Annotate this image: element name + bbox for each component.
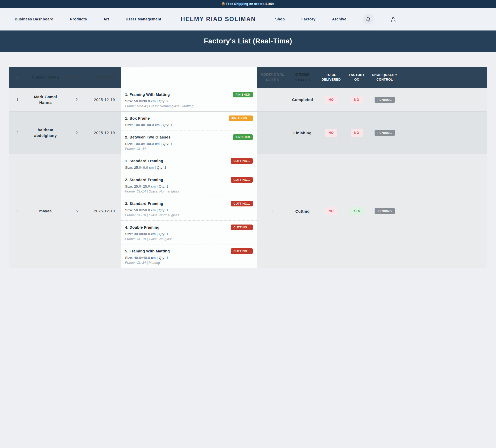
additional-notes: - <box>257 112 288 154</box>
to-be-delivered-badge[interactable]: NO <box>325 129 337 137</box>
item-frame: Frame: CL-34 | Matting <box>125 261 253 265</box>
column-header-5: DESCRIPTION <box>121 67 257 88</box>
column-header-4: DUE DATE <box>88 67 121 88</box>
item-status-badge: FINISHING... <box>229 115 253 121</box>
description-item: 1. Framing With Matting FINISHED Size: 5… <box>121 88 257 111</box>
item-frame: Frame: CL-10 | Glass: Normal glass <box>125 213 253 217</box>
item-status-badge: CUTTING... <box>231 201 253 206</box>
quantity: 2 <box>65 88 88 111</box>
item-size: Size: 25.0×25.0 cm | Qty: 1 <box>125 184 253 188</box>
to-be-delivered-cell: NO <box>317 154 345 268</box>
due-date: 2025-12-19 <box>88 154 121 268</box>
brand-logo[interactable]: HELMY RIAD SOLIMAN <box>181 16 256 23</box>
item-frame: Frame: Mod-4 | Glass: Normal glass | Mat… <box>125 104 253 108</box>
row-spacer <box>401 154 487 268</box>
item-title: 1. Standard Framing <box>125 159 163 163</box>
description-item-header: 1. Box Frame FINISHING... <box>125 115 253 121</box>
notifications-button[interactable] <box>363 14 374 25</box>
description-item-header: 1. Framing With Matting FINISHED <box>125 92 253 97</box>
item-title: 1. Box Frame <box>125 116 150 120</box>
item-frame: Frame: CL-44 <box>125 147 253 151</box>
order-status: Cutting <box>288 154 317 268</box>
nav-item-shop[interactable]: Shop <box>275 17 285 21</box>
due-date: 2025-12-19 <box>88 112 121 154</box>
header-spacer <box>401 67 487 88</box>
order-status: Completed <box>288 88 317 111</box>
nav-right-group: Shop Factory Archive <box>275 14 396 25</box>
page-title: Factory's List (Real-Time) <box>204 37 292 45</box>
order-status: Finishing <box>288 112 317 154</box>
to-be-delivered-cell: NO <box>317 88 345 111</box>
factory-qc-badge[interactable]: NO <box>351 129 363 137</box>
client-name: haitham abdelghany <box>26 112 65 154</box>
nav-left-group: Business Dashboard Products Art Users Ma… <box>15 17 161 21</box>
description-item-header: 5. Framing With Matting CUTTING... <box>125 248 253 254</box>
description-item-header: 2. Between Two Glasses FINISHED <box>125 134 253 140</box>
factory-qc-cell: NO <box>345 88 368 111</box>
factory-qc-cell: NO <box>345 112 368 154</box>
column-header-10: SHOP QUALITY CONTROL <box>368 67 401 88</box>
item-frame: Frame: CL-14 | Glass: Normal glass <box>125 190 253 193</box>
nav-item-users-management[interactable]: Users Management <box>126 17 161 21</box>
description-item: 2. Standard Framing CUTTING... Size: 25.… <box>121 173 257 197</box>
description-cell: 1. Standard Framing CUTTING... Size: 25.… <box>121 154 257 268</box>
column-header-8: TO BE DELIVERED <box>317 67 345 88</box>
item-title: 5. Framing With Matting <box>125 249 170 253</box>
table-row: 3 mayaa 5 2025-12-19 1. Standard Framing… <box>9 154 487 268</box>
item-status-badge: CUTTING... <box>231 225 253 230</box>
description-cell: 1. Framing With Matting FINISHED Size: 5… <box>121 88 257 111</box>
shop-qc-badge: PENDING <box>375 97 395 103</box>
client-name: mayaa <box>26 154 65 268</box>
item-title: 2. Between Two Glasses <box>125 135 171 139</box>
description-item-header: 1. Standard Framing CUTTING... <box>125 158 253 164</box>
row-number: 2 <box>9 112 26 154</box>
table-row: 2 haitham abdelghany 2 2025-12-19 1. Box… <box>9 111 487 154</box>
shop-qc-badge: PENDING <box>375 208 395 214</box>
page-header-band: Factory's List (Real-Time) <box>0 30 496 52</box>
description-cell: 1. Box Frame FINISHING... Size: 100.0×10… <box>121 112 257 154</box>
bell-icon <box>366 17 371 22</box>
item-status-badge: FINISHED <box>233 134 253 140</box>
nav-item-products[interactable]: Products <box>70 17 87 21</box>
additional-notes: - <box>257 154 288 268</box>
table-row: 1 Mark Gamal Hanna 2 2025-12-19 1. Frami… <box>9 88 487 111</box>
to-be-delivered-badge[interactable]: NO <box>325 207 337 215</box>
description-item-header: 4. Double Framing CUTTING... <box>125 225 253 230</box>
item-size: Size: 25.0×0.0 cm | Qty: 1 <box>125 166 253 169</box>
account-button[interactable] <box>390 16 396 22</box>
item-status-badge: CUTTING... <box>231 248 253 254</box>
shop-qc-cell: PENDING <box>368 154 401 268</box>
row-number: 1 <box>9 88 26 111</box>
item-size: Size: 30.0×30.0 cm | Qty: 1 <box>125 232 253 236</box>
factory-qc-badge[interactable]: NO <box>351 96 363 104</box>
item-size: Size: 40.0×40.0 cm | Qty: 1 <box>125 256 253 260</box>
due-date: 2025-12-19 <box>88 88 121 111</box>
description-item: 4. Double Framing CUTTING... Size: 30.0×… <box>121 220 257 244</box>
nav-item-factory[interactable]: Factory <box>301 17 316 21</box>
column-header-2: CLIENT NAME <box>26 67 65 88</box>
row-number: 3 <box>9 154 26 268</box>
announcement-text: 📦 Free Shipping on orders $100+ <box>221 2 275 6</box>
nav-item-archive[interactable]: Archive <box>332 17 346 21</box>
announcement-bar: 📦 Free Shipping on orders $100+ <box>0 0 496 8</box>
factory-qc-badge[interactable]: YES <box>350 207 364 215</box>
description-item: 2. Between Two Glasses FINISHED Size: 10… <box>121 130 257 154</box>
user-icon <box>390 16 396 22</box>
shop-qc-badge: PENDING <box>375 130 395 136</box>
description-item: 3. Standard Framing CUTTING... Size: 50.… <box>121 197 257 220</box>
nav-item-business-dashboard[interactable]: Business Dashboard <box>15 17 53 21</box>
shop-qc-cell: PENDING <box>368 88 401 111</box>
column-header-9: FACTORY QC <box>345 67 368 88</box>
factory-table: #CLIENT NAMEQUANTITYDUE DATEDESCRIPTIONA… <box>9 67 487 268</box>
item-status-badge: FINISHED <box>233 92 253 97</box>
quantity: 2 <box>65 112 88 154</box>
item-status-badge: CUTTING... <box>231 158 253 164</box>
item-title: 3. Standard Framing <box>125 202 163 206</box>
main-nav: Business Dashboard Products Art Users Ma… <box>0 8 496 30</box>
column-header-7: ORDER STATUS <box>288 67 317 88</box>
description-item: 5. Framing With Matting CUTTING... Size:… <box>121 244 257 268</box>
to-be-delivered-badge[interactable]: NO <box>325 96 337 104</box>
item-size: Size: 50.0×30.0 cm | Qty: 2 <box>125 99 253 103</box>
nav-item-art[interactable]: Art <box>104 17 109 21</box>
item-title: 2. Standard Framing <box>125 178 163 182</box>
